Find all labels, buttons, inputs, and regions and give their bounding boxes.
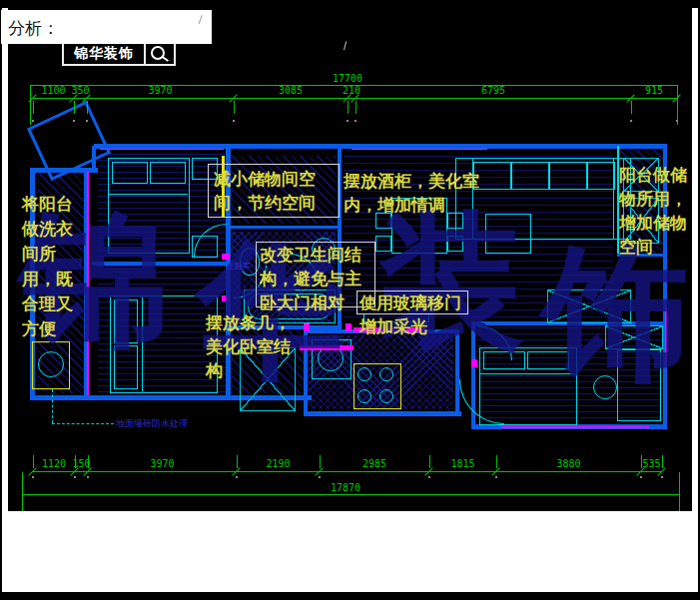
dim-extension <box>87 101 88 114</box>
entry-door-arc <box>459 379 504 424</box>
dim-extension <box>496 455 497 468</box>
dim-segment-label: 210 <box>330 85 373 96</box>
dim-segment-label: 350 <box>59 85 103 96</box>
dim-dot <box>73 120 75 122</box>
dim-riser <box>679 472 680 511</box>
window-top-center <box>351 149 487 150</box>
dim-segment-label: 1815 <box>441 458 485 469</box>
pillow <box>150 162 186 184</box>
dim-segment-label: 2985 <box>352 458 396 469</box>
dim-extension <box>677 101 678 114</box>
dim-segment-label: 3970 <box>139 85 183 96</box>
dim-dot <box>347 120 349 122</box>
annotation-balcony-storage: 阳台做储物所用，增加储物空间 <box>619 164 692 260</box>
dim-extension <box>237 455 238 468</box>
dim-extension <box>355 101 356 114</box>
dim-dot <box>640 476 642 478</box>
dim-extension <box>631 101 632 114</box>
burner <box>379 389 393 403</box>
annotation-wine-cabinet: 摆放酒柜，美化室内，增加情调 <box>344 170 499 218</box>
frame-top <box>0 0 700 8</box>
bed-line <box>108 194 188 195</box>
analysis-label: 分析： <box>8 17 59 40</box>
dim-dot <box>32 476 34 478</box>
dim-dot <box>32 120 34 122</box>
dim-dot <box>233 120 235 122</box>
pillow <box>112 162 148 184</box>
dim-dot <box>87 476 89 478</box>
annotation-console: 摆放条几，美化卧室结构 <box>206 311 294 383</box>
window-top-left <box>100 149 224 150</box>
dim-segment-label: 3880 <box>547 458 591 469</box>
logo: 锦华装饰 <box>62 41 176 66</box>
dim-extension <box>33 101 34 114</box>
dim-total-label: 17700 <box>326 73 369 84</box>
leader-line <box>52 389 53 423</box>
dim-dot <box>354 120 356 122</box>
dim-dot <box>74 476 76 478</box>
dim-extension <box>320 455 321 468</box>
sofa-cushion <box>587 162 615 190</box>
dim-extension <box>74 101 75 114</box>
frame-bottom <box>0 592 700 600</box>
dim-segment-label: 3970 <box>141 458 185 469</box>
dim-segment-label: 915 <box>632 85 676 96</box>
dim-segment-label: 6795 <box>471 85 515 96</box>
dim-total-label: 17870 <box>324 482 367 493</box>
dim-sub-line <box>33 471 662 472</box>
room-label: 主卧室 <box>227 261 251 272</box>
dim-dot <box>319 476 321 478</box>
dim-dot <box>630 120 632 122</box>
stray-mark <box>344 41 352 51</box>
burner <box>357 367 371 381</box>
dim-segment-label: 3085 <box>269 85 313 96</box>
leader-line <box>52 423 114 424</box>
annotation-storage: 减小储物间空间，节约空间 <box>214 168 336 216</box>
magnifier-icon[interactable] <box>144 41 176 66</box>
annotation-glass-door: 使用玻璃移门增加采光 <box>359 292 464 339</box>
dim-segment-label: 2190 <box>257 458 301 469</box>
dim-dot <box>676 120 678 122</box>
sofa-cushion <box>511 162 549 190</box>
annotation-bathroom: 改变卫生间结构，避免与主卧大门相对 <box>260 244 369 315</box>
dim-dot <box>236 476 238 478</box>
dim-extension <box>234 101 235 114</box>
dim-dot <box>495 476 497 478</box>
dim-riser <box>22 472 23 511</box>
dim-segment-label: 150 <box>60 458 104 469</box>
waterproof-note: 地面墙砖防水处理 <box>116 417 188 430</box>
wall-kitchen-bottom <box>304 411 461 416</box>
dim-dot <box>661 476 663 478</box>
dim-dot <box>428 476 430 478</box>
dim-extension <box>429 455 430 468</box>
watermark-glyph: 饰 <box>543 240 691 387</box>
analysis-header: 分析： <box>1 10 212 44</box>
annotation-laundry: 将阳台做洗衣间所用，既合理又方便 <box>22 192 82 341</box>
window-bottom-right <box>501 426 649 428</box>
dim-extension <box>348 101 349 114</box>
logo-text: 锦华装饰 <box>62 41 146 66</box>
burner <box>357 389 371 403</box>
page: 锦华装饰 将阳台做洗衣间所用，既合理又方便 减小储物间空间，节约空间 摆放酒柜，… <box>0 0 700 600</box>
cad-canvas: 锦华装饰 将阳台做洗衣间所用，既合理又方便 减小储物间空间，节约空间 摆放酒柜，… <box>8 8 692 511</box>
dim-dot <box>86 120 88 122</box>
sofa-cushion <box>549 162 587 190</box>
door-jamb <box>346 323 351 331</box>
dim-segment-label: 535 <box>630 458 674 469</box>
burner <box>379 367 393 381</box>
frame-left <box>0 0 2 600</box>
dim-overall-line <box>22 494 679 495</box>
